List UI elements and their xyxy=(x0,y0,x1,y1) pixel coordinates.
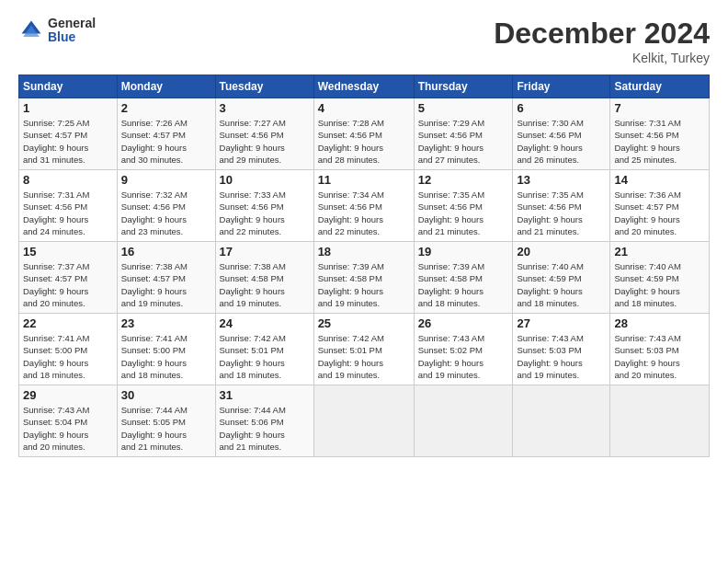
calendar-cell: 1Sunrise: 7:25 AM Sunset: 4:57 PM Daylig… xyxy=(19,98,118,170)
calendar-cell: 12Sunrise: 7:35 AM Sunset: 4:56 PM Dayli… xyxy=(414,170,513,242)
day-info: Sunrise: 7:25 AM Sunset: 4:57 PM Dayligh… xyxy=(23,117,113,166)
calendar-cell: 21Sunrise: 7:40 AM Sunset: 4:59 PM Dayli… xyxy=(610,242,710,314)
logo-icon xyxy=(18,17,44,43)
calendar-cell: 7Sunrise: 7:31 AM Sunset: 4:56 PM Daylig… xyxy=(610,98,710,170)
calendar-cell: 16Sunrise: 7:38 AM Sunset: 4:57 PM Dayli… xyxy=(117,242,215,314)
calendar-cell xyxy=(610,385,710,457)
calendar-cell: 31Sunrise: 7:44 AM Sunset: 5:06 PM Dayli… xyxy=(215,385,313,457)
header-row: Sunday Monday Tuesday Wednesday Thursday… xyxy=(19,75,710,98)
col-monday: Monday xyxy=(117,75,215,98)
calendar-cell: 23Sunrise: 7:41 AM Sunset: 5:00 PM Dayli… xyxy=(117,314,215,385)
calendar-table: Sunday Monday Tuesday Wednesday Thursday… xyxy=(18,75,710,457)
day-number: 25 xyxy=(318,316,410,330)
day-number: 8 xyxy=(23,173,113,187)
logo-general-text: General xyxy=(48,17,96,30)
col-sunday: Sunday xyxy=(19,75,118,98)
day-info: Sunrise: 7:34 AM Sunset: 4:56 PM Dayligh… xyxy=(318,189,410,237)
day-info: Sunrise: 7:30 AM Sunset: 4:56 PM Dayligh… xyxy=(517,117,606,166)
day-number: 16 xyxy=(121,245,211,259)
day-number: 27 xyxy=(517,316,606,330)
calendar-cell xyxy=(313,385,414,457)
day-number: 3 xyxy=(220,101,310,115)
calendar-cell: 28Sunrise: 7:43 AM Sunset: 5:03 PM Dayli… xyxy=(610,314,710,385)
calendar-cell: 10Sunrise: 7:33 AM Sunset: 4:56 PM Dayli… xyxy=(215,170,313,242)
calendar-cell: 30Sunrise: 7:44 AM Sunset: 5:05 PM Dayli… xyxy=(117,385,215,457)
day-number: 13 xyxy=(517,173,606,187)
logo-text: General Blue xyxy=(48,17,96,45)
calendar-week-3: 15Sunrise: 7:37 AM Sunset: 4:57 PM Dayli… xyxy=(19,242,710,314)
calendar-cell: 14Sunrise: 7:36 AM Sunset: 4:57 PM Dayli… xyxy=(610,170,710,242)
day-info: Sunrise: 7:36 AM Sunset: 4:57 PM Dayligh… xyxy=(614,189,705,237)
day-info: Sunrise: 7:28 AM Sunset: 4:56 PM Dayligh… xyxy=(318,117,410,166)
day-info: Sunrise: 7:37 AM Sunset: 4:57 PM Dayligh… xyxy=(23,260,113,309)
calendar-cell: 6Sunrise: 7:30 AM Sunset: 4:56 PM Daylig… xyxy=(513,98,610,170)
calendar-cell: 26Sunrise: 7:43 AM Sunset: 5:02 PM Dayli… xyxy=(414,314,513,385)
calendar-cell xyxy=(513,385,610,457)
day-info: Sunrise: 7:31 AM Sunset: 4:56 PM Dayligh… xyxy=(23,189,113,237)
day-number: 6 xyxy=(517,101,606,115)
day-number: 11 xyxy=(318,173,410,187)
day-number: 15 xyxy=(23,245,113,259)
day-number: 10 xyxy=(220,173,310,187)
calendar-cell: 15Sunrise: 7:37 AM Sunset: 4:57 PM Dayli… xyxy=(19,242,118,314)
day-info: Sunrise: 7:33 AM Sunset: 4:56 PM Dayligh… xyxy=(220,189,310,237)
day-number: 7 xyxy=(614,101,705,115)
day-info: Sunrise: 7:43 AM Sunset: 5:04 PM Dayligh… xyxy=(23,404,113,453)
month-title: December 2024 xyxy=(494,17,710,51)
calendar-cell: 2Sunrise: 7:26 AM Sunset: 4:57 PM Daylig… xyxy=(117,98,215,170)
day-number: 28 xyxy=(614,316,705,330)
calendar-cell: 25Sunrise: 7:42 AM Sunset: 5:01 PM Dayli… xyxy=(313,314,414,385)
day-info: Sunrise: 7:44 AM Sunset: 5:05 PM Dayligh… xyxy=(121,404,211,453)
day-info: Sunrise: 7:39 AM Sunset: 4:58 PM Dayligh… xyxy=(318,260,410,309)
calendar-cell: 11Sunrise: 7:34 AM Sunset: 4:56 PM Dayli… xyxy=(313,170,414,242)
day-info: Sunrise: 7:35 AM Sunset: 4:56 PM Dayligh… xyxy=(418,189,509,237)
day-number: 24 xyxy=(220,316,310,330)
day-info: Sunrise: 7:42 AM Sunset: 5:01 PM Dayligh… xyxy=(318,332,410,381)
day-number: 5 xyxy=(418,101,509,115)
day-info: Sunrise: 7:27 AM Sunset: 4:56 PM Dayligh… xyxy=(220,117,310,166)
calendar-cell: 18Sunrise: 7:39 AM Sunset: 4:58 PM Dayli… xyxy=(313,242,414,314)
calendar-week-2: 8Sunrise: 7:31 AM Sunset: 4:56 PM Daylig… xyxy=(19,170,710,242)
calendar-cell: 13Sunrise: 7:35 AM Sunset: 4:56 PM Dayli… xyxy=(513,170,610,242)
day-info: Sunrise: 7:43 AM Sunset: 5:02 PM Dayligh… xyxy=(418,332,509,381)
day-number: 1 xyxy=(23,101,113,115)
day-info: Sunrise: 7:43 AM Sunset: 5:03 PM Dayligh… xyxy=(614,332,705,381)
calendar-cell: 22Sunrise: 7:41 AM Sunset: 5:00 PM Dayli… xyxy=(19,314,118,385)
col-tuesday: Tuesday xyxy=(215,75,313,98)
day-number: 30 xyxy=(121,388,211,402)
calendar-cell xyxy=(414,385,513,457)
day-info: Sunrise: 7:43 AM Sunset: 5:03 PM Dayligh… xyxy=(517,332,606,381)
col-friday: Friday xyxy=(513,75,610,98)
calendar-cell: 5Sunrise: 7:29 AM Sunset: 4:56 PM Daylig… xyxy=(414,98,513,170)
day-number: 19 xyxy=(418,245,509,259)
day-info: Sunrise: 7:38 AM Sunset: 4:58 PM Dayligh… xyxy=(220,260,310,309)
day-number: 22 xyxy=(23,316,113,330)
day-number: 20 xyxy=(517,245,606,259)
day-number: 9 xyxy=(121,173,211,187)
day-number: 29 xyxy=(23,388,113,402)
calendar-cell: 8Sunrise: 7:31 AM Sunset: 4:56 PM Daylig… xyxy=(19,170,118,242)
logo: General Blue xyxy=(18,17,96,45)
day-info: Sunrise: 7:42 AM Sunset: 5:01 PM Dayligh… xyxy=(220,332,310,381)
day-number: 18 xyxy=(318,245,410,259)
day-info: Sunrise: 7:32 AM Sunset: 4:56 PM Dayligh… xyxy=(121,189,211,237)
day-number: 23 xyxy=(121,316,211,330)
calendar-week-5: 29Sunrise: 7:43 AM Sunset: 5:04 PM Dayli… xyxy=(19,385,710,457)
day-number: 21 xyxy=(614,245,705,259)
header: General Blue December 2024 Kelkit, Turke… xyxy=(18,17,710,65)
calendar-cell: 3Sunrise: 7:27 AM Sunset: 4:56 PM Daylig… xyxy=(215,98,313,170)
col-wednesday: Wednesday xyxy=(313,75,414,98)
day-info: Sunrise: 7:39 AM Sunset: 4:58 PM Dayligh… xyxy=(418,260,509,309)
day-info: Sunrise: 7:44 AM Sunset: 5:06 PM Dayligh… xyxy=(220,404,310,453)
calendar-cell: 9Sunrise: 7:32 AM Sunset: 4:56 PM Daylig… xyxy=(117,170,215,242)
day-number: 17 xyxy=(220,245,310,259)
day-info: Sunrise: 7:26 AM Sunset: 4:57 PM Dayligh… xyxy=(121,117,211,166)
day-number: 12 xyxy=(418,173,509,187)
day-info: Sunrise: 7:38 AM Sunset: 4:57 PM Dayligh… xyxy=(121,260,211,309)
col-thursday: Thursday xyxy=(414,75,513,98)
calendar-cell: 20Sunrise: 7:40 AM Sunset: 4:59 PM Dayli… xyxy=(513,242,610,314)
day-number: 14 xyxy=(614,173,705,187)
calendar-cell: 19Sunrise: 7:39 AM Sunset: 4:58 PM Dayli… xyxy=(414,242,513,314)
calendar-week-4: 22Sunrise: 7:41 AM Sunset: 5:00 PM Dayli… xyxy=(19,314,710,385)
calendar-cell: 17Sunrise: 7:38 AM Sunset: 4:58 PM Dayli… xyxy=(215,242,313,314)
